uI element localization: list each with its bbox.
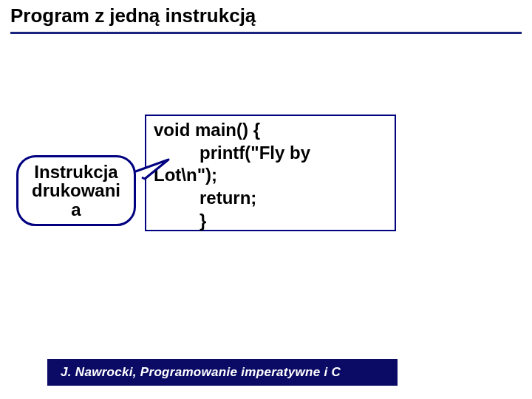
slide: Program z jedną instrukcją void main() {… (0, 0, 532, 399)
code-line-4-text: return; (200, 188, 256, 208)
title-area: Program z jedną instrukcją (0, 0, 532, 34)
footer-text: J. Nawrocki, Programowanie imperatywne i… (61, 365, 341, 380)
code-line-5-text: } (200, 211, 206, 231)
callout-line-1: Instrukcja (32, 163, 120, 181)
callout-tail (130, 155, 170, 180)
code-line-1: void main() { (154, 119, 387, 142)
code-line-2: printf("Fly by (154, 142, 387, 165)
code-line-4: return; (154, 187, 387, 210)
title-underline (10, 32, 522, 34)
footer-bar: J. Nawrocki, Programowanie imperatywne i… (47, 359, 398, 386)
callout-bubble: Instrukcja drukowani a (16, 155, 136, 226)
callout-line-2: drukowani (32, 181, 120, 200)
slide-title: Program z jedną instrukcją (10, 4, 522, 27)
callout-text: Instrukcja drukowani a (32, 163, 120, 219)
code-line-5: } (154, 210, 387, 233)
callout-line-3: a (32, 200, 120, 219)
code-line-2-text: printf("Fly by (200, 143, 310, 163)
code-box: void main() { printf("Fly by Lot\n"); re… (145, 115, 396, 231)
code-line-3: Lot\n"); (154, 164, 387, 187)
